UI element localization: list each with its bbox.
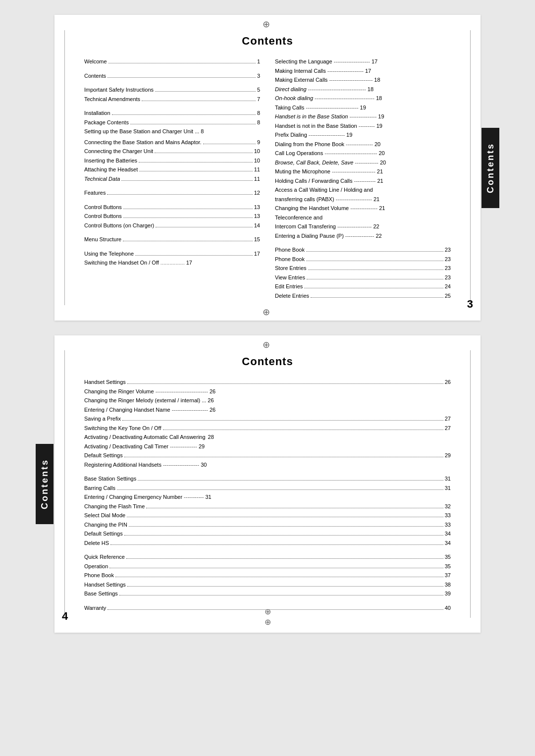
toc-connect-base-page: 9 — [257, 138, 260, 147]
toc2-base-default: Default Settings 34 — [84, 530, 451, 538]
toc-teleconf-line1-label: Teleconference and — [275, 214, 322, 222]
toc-installation: Installation 8 — [84, 109, 260, 117]
toc2-hs-settings2-page: 38 — [445, 581, 451, 589]
toc-not-in-base-label: Handset is not in the Base Station — [275, 122, 357, 130]
toc-connect-charger-page: 10 — [254, 147, 260, 156]
toc-volume-page: 21 — [379, 204, 385, 213]
toc-switching-page: 17 — [186, 259, 192, 267]
toc-hold-page: 21 — [377, 177, 383, 185]
toc2-pin-dots — [129, 526, 443, 527]
toc-safety-label: Important Safety Instructions — [84, 86, 154, 94]
toc2-hs-settings2-dots — [127, 586, 443, 587]
toc-using-dots — [135, 255, 253, 256]
toc2-hs-settings2-label: Handset Settings — [84, 581, 126, 589]
toc2-warranty-label: Warranty — [84, 604, 106, 612]
toc-contents-page: 3 — [257, 72, 260, 80]
toc-teleconf-page: 22 — [374, 222, 379, 231]
toc2-base-default-page: 34 — [445, 530, 451, 538]
toc-edit-dots — [304, 288, 443, 288]
toc-pb-header-dots — [306, 251, 443, 252]
toc2-ringer-melody-page: 26 — [208, 396, 214, 405]
page-1-title: Contents — [84, 35, 451, 48]
toc-package-dots — [130, 124, 256, 124]
toc2-keytone: Switching the Key Tone On / Off 27 — [84, 424, 451, 432]
toc-store-dots — [308, 270, 443, 270]
toc-browse-page: 20 — [380, 159, 386, 167]
toc-package-page: 8 — [257, 118, 260, 127]
toc-view: View Entries 23 — [275, 273, 451, 282]
toc-pb-header-label: Phone Book — [275, 246, 305, 254]
toc2-default-label: Default Settings — [84, 451, 123, 460]
toc-connect-charger-dots — [155, 153, 252, 153]
toc2-ringer-melody: Changing the Ringer Melody (external / i… — [84, 396, 451, 405]
toc-delete-label: Delete Entries — [275, 292, 309, 300]
toc-teleconf-line2-label: Intercom Call Transfering — [275, 222, 336, 231]
toc2-base-default-dots — [124, 535, 443, 536]
toc-contents-label: Contents — [84, 72, 106, 80]
toc-batteries-label: Inserting the Batteries — [84, 157, 137, 165]
toc-lang-page: 17 — [372, 57, 377, 66]
toc2-keytone-dots — [163, 430, 443, 430]
toc-ctrl-buttons-page: 13 — [254, 203, 260, 212]
toc-lang-label: Selecting the Language — [275, 57, 332, 66]
toc-package: Package Contents 8 — [84, 118, 260, 127]
toc-direct-dial-label: Direct dialing — [275, 85, 307, 94]
toc-batteries-page: 10 — [254, 157, 260, 165]
toc-amendments-dots — [142, 101, 256, 101]
toc2-reg-handsets-label: Registering Additional Handsets — [84, 461, 161, 469]
toc-ctrl-charger-page: 14 — [254, 221, 260, 230]
toc-teleconf-line2: Intercom Call Transfering --------------… — [275, 222, 451, 231]
toc2-warranty-dots — [107, 609, 443, 610]
toc-safety-dots — [155, 91, 256, 92]
toc-connect-base: Connecting the Base Station and Mains Ad… — [84, 138, 260, 147]
toc-setup-page: 8 — [201, 127, 204, 136]
toc-dial-pause-label: Entering a Dialing Pause (P) — [275, 232, 344, 240]
toc2-operation-dots — [109, 568, 443, 568]
toc-calllog-page: 20 — [378, 149, 384, 158]
toc2-emergency-page: 31 — [205, 493, 211, 501]
toc2-pin-page: 33 — [445, 521, 451, 529]
toc2-call-timer: Activating / Deactivating Call Timer ---… — [84, 442, 451, 451]
toc-call-waiting-line2-label: transferring calls (PABX) — [275, 195, 334, 204]
toc2-barring-label: Barring Calls — [84, 484, 115, 492]
page-number-2: 4 — [62, 610, 68, 623]
toc-onhook-page: 18 — [376, 94, 382, 103]
toc-teleconf-line1: Teleconference and — [275, 214, 451, 222]
toc2-phonebook2-label: Phone Book — [84, 571, 114, 580]
page-2-toc: Handset Settings 26 Changing the Ringer … — [84, 378, 451, 612]
toc2-keytone-label: Switching the Key Tone On / Off — [84, 424, 161, 432]
toc-prefix: Prefix Dialing -------------------- 19 — [275, 131, 451, 139]
page-1: Contents Contents Welcome 1 Contents 3 — [54, 15, 481, 321]
toc-internal-calls-page: 17 — [365, 67, 371, 75]
toc-store: Store Entries 23 — [275, 264, 451, 272]
toc-call-waiting-page: 21 — [374, 195, 379, 204]
toc-headset: Attaching the Headset 11 — [84, 165, 260, 174]
toc-edit: Edit Entries 24 — [275, 282, 451, 291]
toc-taking-calls-label: Taking Calls — [275, 104, 304, 112]
toc2-delete-hs-label: Delete HS — [84, 539, 109, 547]
toc2-dial-mode-page: 33 — [445, 511, 451, 520]
toc2-base-settings2-label: Base Settings — [84, 590, 118, 598]
toc2-operation-label: Operation — [84, 562, 108, 571]
toc2-keytone-page: 27 — [445, 424, 451, 432]
toc-batteries-dots — [139, 162, 253, 162]
toc2-emergency-label: Entering / Changing Emergency Number — [84, 493, 182, 501]
right-tab: Contents — [482, 128, 499, 208]
toc-features-page: 12 — [254, 189, 260, 197]
toc2-call-timer-page: 29 — [199, 442, 205, 451]
toc-not-in-base-page: 19 — [376, 122, 382, 130]
toc2-pin-label: Changing the PIN — [84, 521, 127, 529]
toc-features: Features 12 — [84, 189, 260, 197]
toc2-operation: Operation 35 — [84, 562, 451, 571]
toc2-base-settings-dots — [138, 480, 443, 481]
toc-external-calls-label: Making External Calls — [275, 76, 327, 84]
toc-safety-page: 5 — [257, 86, 260, 94]
page-2-title: Contents — [84, 355, 451, 368]
toc2-prefix-page: 27 — [445, 415, 451, 423]
toc-mute-label: Muting the Microphone — [275, 167, 330, 176]
toc-internal-calls: Making Internal Calls ------------------… — [275, 67, 451, 75]
toc-browse: Browse, Call Back, Delete, Save --------… — [275, 159, 451, 167]
toc-features-label: Features — [84, 189, 106, 197]
toc2-hs-settings-page: 26 — [445, 378, 451, 386]
toc-contents: Contents 3 — [84, 72, 260, 80]
